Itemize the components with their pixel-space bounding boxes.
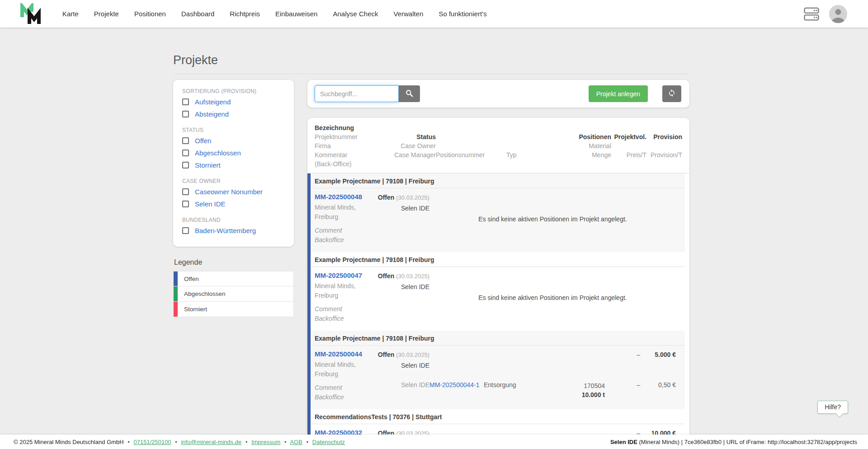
- position-number-link[interactable]: MM-202500044-1: [429, 381, 480, 388]
- legend-label-abgeschlossen: Abgeschlossen: [178, 286, 226, 301]
- project-company: Mineral Minds,: [315, 281, 372, 291]
- filter-link-selen-ide[interactable]: Selen IDE: [195, 200, 226, 208]
- status-value: Offen: [378, 351, 395, 358]
- project-status: Offen (30.03.2025) Selen IDE: [372, 350, 429, 373]
- filter-option-baden-wuerttemberg[interactable]: Baden-Württemberg: [182, 224, 286, 237]
- footer-phone-link[interactable]: 07151/250100: [134, 439, 171, 445]
- project-provision-total: 10.000 €: [640, 429, 676, 435]
- checkbox-storniert[interactable]: [182, 162, 189, 168]
- nav-item-karte[interactable]: Karte: [62, 10, 79, 18]
- project-title: RecommendationsTests | 70376 | Stuttgart: [311, 409, 685, 424]
- footer-agb-link[interactable]: AGB: [290, 439, 302, 445]
- app-footer: © 2025 Mineral Minds Deutschland GmbH • …: [0, 435, 868, 449]
- help-button[interactable]: Hilfe?: [817, 401, 848, 414]
- filter-link-baden-wuerttemberg[interactable]: Baden-Württemberg: [195, 227, 256, 234]
- case-owner-value: Selen IDE: [372, 361, 429, 370]
- main-nav: Karte Projekte Positionen Dashboard Rich…: [62, 10, 487, 18]
- nav-item-projekte[interactable]: Projekte: [94, 10, 119, 18]
- status-date: (30.03.2025): [396, 273, 429, 280]
- filter-option-abgeschlossen[interactable]: Abgeschlossen: [182, 147, 286, 159]
- project-title: Example Projectname | 79108 | Freiburg: [311, 173, 685, 188]
- checkbox-offen[interactable]: [182, 137, 189, 144]
- col-case-owner: Case Owner: [378, 141, 436, 150]
- col-backoffice: (Back-Office): [315, 159, 378, 168]
- project-provision-total: 5.000 €: [640, 350, 676, 373]
- project-status: Offen (30.03.2025) Selen IDE: [372, 429, 429, 435]
- search-button[interactable]: [399, 85, 420, 102]
- refresh-icon: [668, 89, 676, 98]
- filter-link-storniert[interactable]: Storniert: [195, 161, 221, 169]
- nav-item-dashboard[interactable]: Dashboard: [181, 10, 214, 18]
- checkbox-selen-ide[interactable]: [182, 201, 189, 207]
- create-project-button[interactable]: Projekt anlegen: [589, 85, 648, 102]
- case-owner-value: Selen IDE: [372, 282, 429, 291]
- search-icon: [406, 89, 413, 98]
- checkbox-abgeschlossen[interactable]: [182, 150, 189, 156]
- status-value: Offen: [378, 430, 395, 435]
- status-value: Offen: [378, 194, 395, 201]
- filter-link-aufsteigend[interactable]: Aufsteigend: [195, 98, 231, 106]
- project-city: Freiburg: [315, 369, 372, 379]
- nav-item-richtpreis[interactable]: Richtpreis: [230, 10, 260, 18]
- refresh-button[interactable]: [662, 85, 681, 102]
- col-bezeichnung: Bezeichnung: [315, 123, 378, 132]
- footer-datenschutz-link[interactable]: Datenschutz: [312, 439, 345, 445]
- legend-label-storniert: Storniert: [178, 302, 207, 317]
- col-case-manager: Case Manager: [378, 150, 436, 159]
- filter-option-caseowner-nonumber[interactable]: Caseowner Nonumber: [182, 186, 286, 198]
- legend-title: Legende: [174, 258, 294, 267]
- footer-session-info: Selen IDE (Mineral Minds) | 7ce360e83fb0…: [610, 439, 857, 445]
- mineral-minds-logo-icon[interactable]: [19, 3, 45, 24]
- checkbox-aufsteigend[interactable]: [182, 98, 189, 105]
- project-row: RecommendationsTests | 70376 | Stuttgart…: [307, 409, 685, 435]
- filter-option-storniert[interactable]: Storniert: [182, 159, 286, 171]
- col-preis-t: Preis/T: [611, 150, 646, 159]
- content-column: Projekt anlegen Bezeichnung Projektnumme: [307, 80, 689, 435]
- col-provision: Provision: [646, 132, 682, 141]
- filter-link-absteigend[interactable]: Absteigend: [195, 110, 229, 118]
- legend-color-abgeschlossen: [174, 286, 178, 301]
- status-date: (30.03.2025): [396, 194, 429, 201]
- legend-item-abgeschlossen: Abgeschlossen: [173, 286, 294, 302]
- project-comment: Comment: [315, 304, 372, 314]
- user-avatar-icon[interactable]: [829, 5, 847, 23]
- table-header: Bezeichnung Projektnummer Firma Kommenta…: [307, 118, 689, 173]
- nav-item-verwalten[interactable]: Verwalten: [394, 10, 424, 18]
- nav-item-so-funktionierts[interactable]: So funktioniert's: [439, 10, 486, 18]
- server-rows-icon[interactable]: [804, 7, 819, 21]
- nav-item-analyse-check[interactable]: Analyse Check: [333, 10, 378, 18]
- project-company: Mineral Minds,: [315, 203, 372, 212]
- project-comment: Comment: [315, 383, 372, 393]
- filter-option-aufsteigend[interactable]: Aufsteigend: [182, 96, 286, 108]
- project-row: Example Projectname | 79108 | Freiburg M…: [307, 331, 685, 409]
- project-number-link[interactable]: MM-202500044: [315, 350, 362, 358]
- col-positionen: Positionen: [563, 132, 611, 141]
- position-menge: 10.000 t: [557, 390, 605, 399]
- checkbox-absteigend[interactable]: [182, 111, 189, 117]
- search-input[interactable]: [315, 85, 399, 102]
- nav-item-positionen[interactable]: Positionen: [134, 10, 166, 18]
- project-number-link[interactable]: MM-202500032: [315, 429, 362, 435]
- filter-option-absteigend[interactable]: Absteigend: [182, 108, 286, 120]
- footer-impressum-link[interactable]: Impressum: [251, 439, 280, 445]
- checkbox-baden-wuerttemberg[interactable]: [182, 227, 189, 234]
- sidebar: SORTIERUNG (PROVISION) Aufsteigend Abste…: [173, 80, 294, 317]
- project-number-link[interactable]: MM-202500048: [315, 193, 362, 201]
- status-value: Offen: [378, 272, 395, 280]
- project-title: Example Projectname | 79108 | Freiburg: [311, 252, 685, 267]
- project-comment: Comment: [315, 226, 372, 235]
- filter-link-caseowner-nonumber[interactable]: Caseowner Nonumber: [195, 188, 263, 196]
- filter-link-offen[interactable]: Offen: [195, 137, 211, 145]
- footer-email-link[interactable]: info@mineral-minds.de: [181, 439, 241, 445]
- project-number-link[interactable]: MM-202500047: [315, 271, 362, 279]
- footer-separator: •: [307, 439, 309, 445]
- nav-item-einbauweisen[interactable]: Einbauweisen: [275, 10, 317, 18]
- filter-link-abgeschlossen[interactable]: Abgeschlossen: [195, 149, 241, 157]
- filter-option-selen-ide[interactable]: Selen IDE: [182, 198, 286, 210]
- checkbox-caseowner-nonumber[interactable]: [182, 188, 189, 195]
- col-status: Status: [378, 132, 436, 141]
- session-user: Selen IDE: [610, 439, 637, 445]
- filter-option-offen[interactable]: Offen: [182, 135, 286, 147]
- project-city: Freiburg: [315, 212, 372, 222]
- legend-color-storniert: [174, 302, 178, 317]
